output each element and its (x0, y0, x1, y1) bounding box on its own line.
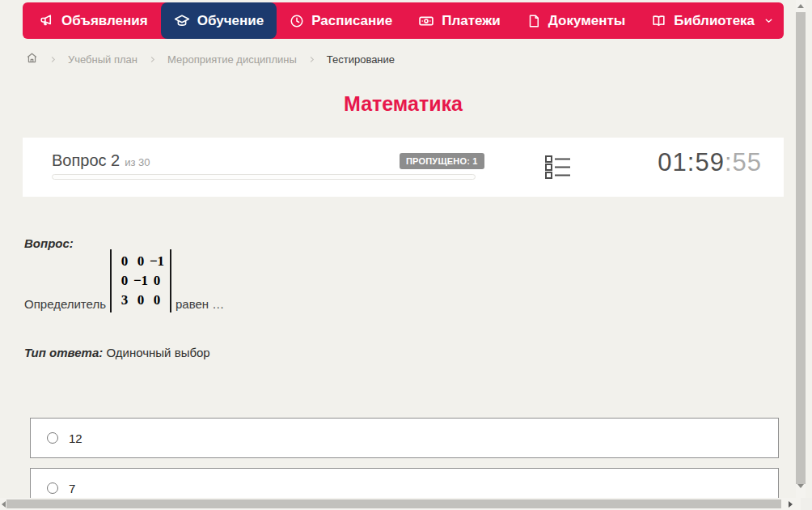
radio-button[interactable] (47, 482, 58, 494)
nav-item-schedule[interactable]: Расписание (277, 2, 405, 39)
document-icon (527, 14, 541, 28)
chevron-right-icon (49, 55, 57, 64)
countdown-timer: 01:59:55 (658, 148, 762, 177)
scroll-down-arrow-icon[interactable] (797, 484, 804, 488)
matrix-cell: −1 (133, 271, 149, 291)
nav-item-documents[interactable]: Документы (514, 2, 639, 39)
banknote-icon (418, 13, 434, 29)
breadcrumb: Учебный план Мероприятие дисциплины Тест… (26, 52, 395, 66)
question-text: Определитель 0 0 −1 0 −1 0 3 0 0 равен … (24, 249, 224, 312)
answer-option-1[interactable]: 12 (30, 418, 779, 458)
breadcrumb-link-curriculum[interactable]: Учебный план (68, 53, 137, 66)
breadcrumb-current-testing: Тестирование (327, 53, 395, 66)
graduation-cap-icon (174, 13, 190, 29)
scroll-up-arrow-icon[interactable] (797, 4, 804, 8)
quiz-header-card: Вопрос 2из 30 ПРОПУЩЕНО: 1 01:59:55 (23, 138, 784, 197)
vertical-scrollbar-thumb[interactable] (796, 12, 806, 484)
question-list-icon[interactable] (544, 155, 572, 182)
matrix-cell: 3 (116, 291, 133, 310)
nav-item-label: Объявления (61, 13, 148, 29)
progress-bar (52, 174, 476, 180)
nav-item-announcements[interactable]: Объявления (26, 2, 161, 39)
matrix-cell: −1 (149, 252, 165, 271)
home-icon[interactable] (26, 52, 38, 66)
matrix-cell: 0 (149, 271, 165, 291)
matrix-cell: 0 (116, 271, 133, 291)
nav-item-label: Документы (548, 13, 626, 29)
nav-item-learning[interactable]: Обучение (161, 2, 277, 39)
nav-item-label: Обучение (197, 13, 264, 29)
scroll-left-arrow-icon[interactable] (2, 501, 6, 508)
main-navbar: Объявления Обучение Расписание Платежи Д… (23, 2, 784, 39)
timer-hours-minutes: 01:59 (658, 148, 725, 176)
answer-option-label: 7 (69, 482, 75, 495)
skipped-badge: ПРОПУЩЕНО: 1 (400, 153, 484, 169)
radio-button[interactable] (47, 432, 58, 444)
question-number: Вопрос 2 (52, 151, 120, 169)
page-title: Математика (23, 92, 784, 116)
matrix-cell: 0 (149, 291, 165, 310)
timer-seconds: :55 (725, 148, 762, 176)
megaphone-icon (39, 13, 54, 28)
answer-option-label: 12 (69, 431, 82, 445)
testing-page: Объявления Обучение Расписание Платежи Д… (0, 0, 812, 510)
answer-type-label: Тип ответа: (24, 346, 103, 359)
breadcrumb-link-discipline-event[interactable]: Мероприятие дисциплины (167, 53, 297, 66)
vertical-scrollbar[interactable] (796, 0, 806, 498)
question-text-before: Определитель (24, 297, 106, 312)
nav-item-label: Расписание (311, 13, 392, 29)
matrix-cell: 0 (133, 252, 149, 271)
chevron-right-icon (307, 55, 316, 64)
answer-type-row: Тип ответа: Одиночный выбор (24, 346, 210, 359)
question-counter: Вопрос 2из 30 (52, 151, 150, 170)
chevron-right-icon (148, 55, 157, 64)
chevron-down-icon (763, 15, 774, 26)
nav-item-label: Платежи (442, 13, 501, 29)
nav-item-label: Библиотека (674, 13, 755, 29)
question-prompt-label: Вопрос: (24, 236, 74, 250)
clock-icon (290, 14, 304, 28)
determinant-matrix: 0 0 −1 0 −1 0 3 0 0 (110, 249, 171, 312)
answer-type-value: Одиночный выбор (106, 346, 209, 359)
matrix-cell: 0 (133, 291, 149, 310)
question-total: из 30 (125, 156, 150, 168)
scrollbar-corner (801, 498, 812, 510)
nav-item-library[interactable]: Библиотека (638, 2, 787, 39)
question-text-after: равен … (176, 297, 224, 312)
horizontal-scrollbar[interactable] (0, 498, 801, 510)
scroll-right-arrow-icon[interactable] (789, 501, 793, 508)
book-icon (651, 13, 666, 28)
horizontal-scrollbar-thumb[interactable] (6, 499, 781, 508)
matrix-cell: 0 (116, 252, 133, 271)
nav-item-payments[interactable]: Платежи (405, 2, 514, 39)
